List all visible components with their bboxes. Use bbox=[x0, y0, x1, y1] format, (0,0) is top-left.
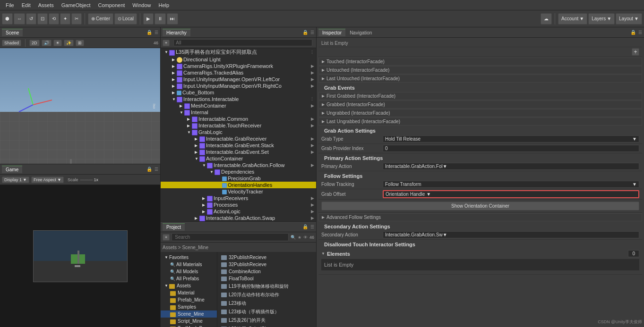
project-add-btn[interactable]: + bbox=[163, 234, 170, 241]
tab-navigation[interactable]: Navigation bbox=[346, 29, 376, 36]
menu-help[interactable]: Help bbox=[155, 1, 173, 9]
shading-dropdown[interactable]: Shaded bbox=[2, 40, 21, 46]
menu-assets[interactable]: Assets bbox=[34, 1, 58, 9]
tree-item-internal[interactable]: ▼ Internal bbox=[161, 109, 316, 116]
menu-gameobject[interactable]: GameObject bbox=[58, 1, 94, 9]
asset-l19[interactable]: L19手柄控制物体移动和旋转 bbox=[219, 282, 314, 291]
fx-toggle[interactable]: ✨ bbox=[64, 40, 74, 46]
tool-rotate[interactable]: ↺ bbox=[26, 13, 36, 25]
tool-transform[interactable]: ✦ bbox=[60, 13, 70, 25]
item-more[interactable]: ▶ bbox=[311, 77, 314, 82]
tree-item-common[interactable]: ▶ Interactable.Common ▶ bbox=[161, 116, 316, 122]
tree-item-touch[interactable]: ▶ Interactable.TouchReceiver ▶ bbox=[161, 122, 316, 129]
scene-view[interactable]: Iso bbox=[0, 48, 160, 164]
tree-item-grabset[interactable]: ▶ Interactable.GrabEvent.Set ▶ bbox=[161, 149, 316, 155]
item-more[interactable]: ▶ bbox=[311, 70, 314, 75]
item-more[interactable]: ▶ bbox=[311, 209, 314, 214]
tree-item-grabstack[interactable]: ▶ Interactable.GrabEvent.Stack ▶ bbox=[161, 142, 316, 149]
hierarchy-menu-icon[interactable]: ☰ bbox=[310, 30, 314, 35]
root-menu[interactable]: ⋮ bbox=[310, 50, 314, 55]
tree-item-0[interactable]: ▶ Directional Light bbox=[161, 56, 316, 63]
tree-item-mesh[interactable]: ▶ MeshContainer ▶ bbox=[161, 102, 316, 109]
account-dropdown[interactable]: Account ▼ bbox=[558, 13, 587, 25]
tree-item-3[interactable]: ▶ Input.UnityInputManager.OpenVR.LeftCor… bbox=[161, 76, 316, 83]
folder-material[interactable]: Material bbox=[161, 289, 217, 296]
tool-rect[interactable]: ⟲ bbox=[49, 13, 59, 25]
tab-inspector[interactable]: Inspector bbox=[318, 29, 345, 36]
asset-l23v[interactable]: L23移动（手柄插件版） bbox=[219, 308, 314, 316]
project-menu-icon[interactable]: ☰ bbox=[310, 225, 314, 229]
provider-index-value[interactable]: 0 bbox=[383, 145, 639, 152]
item-more[interactable]: ▶ bbox=[311, 163, 314, 168]
tree-item-actioncontainer[interactable]: ▼ ActionContainer bbox=[161, 155, 316, 162]
tree-item-grabswap[interactable]: ▶ Interactable.GrabAction.Swap ▶ bbox=[161, 215, 316, 221]
menu-file[interactable]: File bbox=[2, 1, 18, 9]
game-view-content[interactable] bbox=[0, 185, 160, 327]
tool-hand[interactable]: ⬢ bbox=[2, 13, 13, 25]
asset-l20[interactable]: L20浮点动作转布尔动作 bbox=[219, 291, 314, 299]
item-more[interactable]: ⋮ bbox=[310, 97, 314, 101]
item-more[interactable]: ▶ bbox=[311, 150, 314, 154]
play-button[interactable]: ▶ bbox=[143, 13, 154, 25]
grab-type-value[interactable]: Hold Till Release ▼ bbox=[383, 135, 639, 143]
tree-item-4[interactable]: ▶ Input.UnityInputManager.OpenVR.RightCo… bbox=[161, 83, 316, 89]
audio-toggle[interactable]: 🔊 bbox=[42, 40, 52, 46]
tree-item-orientation-handles[interactable]: OrientationHandles bbox=[161, 182, 316, 188]
asset-combine[interactable]: CombineAction bbox=[219, 268, 314, 275]
folder-textmesh[interactable]: TextMesh Pro bbox=[161, 325, 217, 327]
item-more[interactable]: ▶ bbox=[311, 84, 314, 88]
item-more[interactable]: ▶ bbox=[311, 117, 314, 121]
item-more[interactable]: ▶ bbox=[311, 136, 314, 141]
hierarchy-search[interactable] bbox=[173, 39, 312, 46]
tool-custom[interactable]: ✂ bbox=[71, 13, 82, 25]
item-more[interactable]: ▶ bbox=[311, 103, 314, 108]
pivot-local-btn[interactable]: ⊙ Local bbox=[114, 13, 137, 25]
add-object-btn[interactable]: + bbox=[163, 40, 170, 46]
tool-scale[interactable]: ⊡ bbox=[37, 13, 48, 25]
layers-dropdown[interactable]: Layers ▼ bbox=[588, 13, 615, 25]
tree-item-inputreceivers[interactable]: ▶ InputReceivers ▶ bbox=[161, 195, 316, 201]
folder-prefab[interactable]: Prefab_Mine bbox=[161, 296, 217, 303]
folder-all-materials[interactable]: 🔍 All Materials bbox=[161, 261, 217, 268]
tree-item-5[interactable]: ▶ Cube_Bottom bbox=[161, 89, 316, 96]
inspector-add-btn[interactable]: + bbox=[632, 48, 639, 56]
gizmos-btn[interactable]: ⊞ bbox=[76, 40, 84, 46]
inspector-menu-icon[interactable]: ☰ bbox=[638, 30, 642, 35]
follow-tracking-value[interactable]: Follow Transform ▼ bbox=[383, 181, 639, 188]
tree-item-dependencies[interactable]: ▼ Dependencies bbox=[161, 168, 316, 175]
event-first-grabbed[interactable]: ▶ First Grabbed (InteractorFacade) bbox=[318, 92, 642, 100]
item-more[interactable]: ▶ bbox=[311, 123, 314, 128]
event-ungrabbed[interactable]: ▶ Ungrabbed (InteractorFacade) bbox=[318, 109, 642, 117]
event-touched[interactable]: ▶ Touched (InteractorFacade) bbox=[318, 58, 642, 66]
tree-item-velocitytracker[interactable]: VelocityTracker bbox=[161, 188, 316, 195]
item-more[interactable]: ▶ bbox=[311, 143, 314, 148]
tree-item-root[interactable]: ▼ L35两手柄各自对应宝剑不同抓取点 ⋮ bbox=[161, 48, 316, 56]
tree-item-processes[interactable]: ▶ Processes ▶ bbox=[161, 201, 316, 208]
asset-32publish2[interactable]: 32PublishRecieve bbox=[219, 261, 314, 268]
light-toggle[interactable]: ☀ bbox=[53, 40, 62, 46]
layout-dropdown[interactable]: Layout ▼ bbox=[616, 13, 642, 25]
tree-item-grablogic[interactable]: ▼ GrabLogic bbox=[161, 129, 316, 135]
tree-item-actionlogic[interactable]: ▶ ActionLogic ▶ bbox=[161, 208, 316, 215]
2d-toggle[interactable]: 2D bbox=[29, 40, 40, 46]
show-orientation-btn[interactable]: Show Orientation Container bbox=[321, 201, 639, 210]
tree-item-grabreceiver[interactable]: ▶ Interactable.GrabReceiver ▶ bbox=[161, 135, 316, 142]
asset-l28s[interactable]: L28抽层_SpicalSim bbox=[219, 325, 314, 327]
asset-l23[interactable]: L23移动 bbox=[219, 299, 314, 308]
tree-item-2[interactable]: ▶ CameraRigs.TrackedAlias ▶ bbox=[161, 69, 316, 76]
event-last-untouched[interactable]: ▶ Last Untouched (InteractorFacade) bbox=[318, 75, 642, 83]
cloud-button[interactable]: ☁ bbox=[541, 13, 552, 25]
tree-item-1[interactable]: ▶ CameraRigs.UnityXRPluginFramework ▶ bbox=[161, 63, 316, 69]
tab-scene[interactable]: Scene bbox=[2, 29, 23, 36]
secondary-action-value[interactable]: Interactable.GrabAction.Sw▼ bbox=[383, 231, 639, 238]
tree-item-interactions[interactable]: ▼ Interactions.Interactable ⋮ bbox=[161, 96, 316, 102]
project-search-input[interactable] bbox=[172, 233, 289, 241]
game-menu-icon[interactable]: ☰ bbox=[155, 167, 158, 172]
asset-32publish1[interactable]: 32PublishRecieve bbox=[219, 254, 314, 261]
event-grabbed[interactable]: ▶ Grabbed (InteractorFacade) bbox=[318, 101, 642, 109]
folder-script[interactable]: Script_Mine bbox=[161, 318, 217, 325]
item-more[interactable]: ▶ bbox=[311, 196, 314, 201]
folder-all-models[interactable]: 🔍 All Models bbox=[161, 268, 217, 275]
scene-menu-icon[interactable]: ☰ bbox=[155, 30, 158, 35]
primary-action-value[interactable]: Interactable.GrabAction.Fol▼ bbox=[383, 163, 639, 170]
